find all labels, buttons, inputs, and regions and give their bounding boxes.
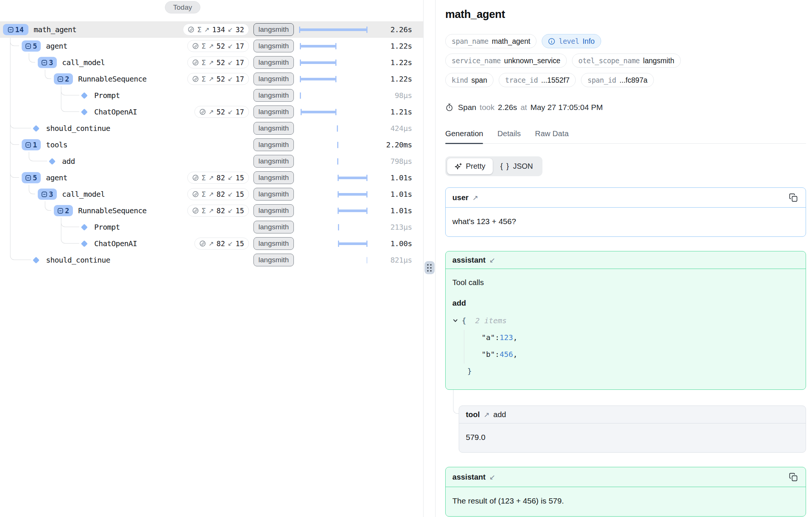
tag-column: langsmith xyxy=(249,155,298,168)
detail-tabs: GenerationDetailsRaw Data xyxy=(445,129,806,144)
trace-row-tools[interactable]: 1toolslangsmith2.20ms xyxy=(0,137,423,153)
langsmith-tag: langsmith xyxy=(253,237,293,250)
trace-row-RunnableSequence[interactable]: 2RunnableSequenceΣ↗82↙15langsmith1.01s xyxy=(0,202,423,219)
output-tokens-arrow-icon: ↙ xyxy=(228,108,233,116)
copy-button[interactable] xyxy=(788,471,799,483)
tab-generation[interactable]: Generation xyxy=(445,129,483,143)
trace-row-RunnableSequence[interactable]: 2RunnableSequenceΣ↗52↙17langsmith1.22s xyxy=(0,71,423,87)
duration-label: 798µs xyxy=(369,157,412,166)
tab-raw-data[interactable]: Raw Data xyxy=(535,129,569,143)
waterfall-column xyxy=(298,87,369,104)
json-key: "a": xyxy=(482,333,499,342)
duration-tick xyxy=(300,92,301,99)
attribute-value: ...fc897a xyxy=(619,76,648,85)
json-close-line: } xyxy=(452,363,799,380)
duration-label: 1.22s xyxy=(369,58,412,67)
token-usage: Σ↗82↙15 xyxy=(187,205,249,217)
trace-row-agent[interactable]: 5agentΣ↗82↙15langsmith1.01s xyxy=(0,169,423,186)
trace-row-Prompt[interactable]: Promptlangsmith98µs xyxy=(0,87,423,104)
view-mode-toggle: Pretty{ }JSON xyxy=(445,156,542,176)
tool-call-name: add xyxy=(452,298,799,309)
incoming-arrow-icon: ↙ xyxy=(489,256,495,264)
duration-label: 1.22s xyxy=(369,42,412,51)
attribute-key: service_name xyxy=(452,56,501,65)
token-usage-badge: ↗82↙15 xyxy=(194,238,249,250)
view-mode-json[interactable]: { }JSON xyxy=(493,158,540,174)
braces-icon: { } xyxy=(500,162,510,171)
trace-row-name: 3call_model xyxy=(0,57,105,68)
collapse-icon xyxy=(8,27,13,33)
input-tokens: 82 xyxy=(216,239,225,248)
expand-badge[interactable]: 3 xyxy=(38,189,57,200)
trace-row-call_model[interactable]: 3call_modelΣ↗52↙17langsmith1.22s xyxy=(0,54,423,71)
input-tokens-arrow-icon: ↗ xyxy=(209,42,214,50)
expand-badge[interactable]: 2 xyxy=(54,205,73,216)
tag-column: langsmith xyxy=(249,188,298,201)
duration-bar xyxy=(299,28,367,31)
trace-row-name: Prompt xyxy=(0,223,120,231)
trace-row-add[interactable]: addlangsmith798µs xyxy=(0,153,423,169)
leaf-diamond-icon xyxy=(81,108,87,115)
copy-button[interactable] xyxy=(788,192,799,203)
trace-row-Prompt[interactable]: Promptlangsmith213µs xyxy=(0,219,423,235)
trace-row-ChatOpenAI[interactable]: ChatOpenAI↗82↙15langsmith1.00s xyxy=(0,235,423,252)
token-usage: ↗82↙15 xyxy=(194,238,249,250)
message-text: 579.0 xyxy=(466,432,799,443)
trace-row-label: agent xyxy=(46,174,67,182)
output-tokens: 15 xyxy=(236,239,244,248)
duration-label: 1.00s xyxy=(369,239,412,248)
expand-badge[interactable]: 5 xyxy=(22,40,41,52)
tag-column: langsmith xyxy=(249,89,298,102)
trace-tree-panel: Today 14math_agentΣ↗134↙32langsmith2.26s… xyxy=(0,0,424,517)
date-chip[interactable]: Today xyxy=(165,1,200,13)
expand-badge[interactable]: 14 xyxy=(3,24,28,35)
trace-row-call_model[interactable]: 3call_modelΣ↗82↙15langsmith1.01s xyxy=(0,186,423,202)
waterfall-column xyxy=(298,38,369,54)
drag-handle-icon[interactable] xyxy=(424,261,434,274)
span-timing: Span took 2.26s at May 27 17:05:04 PM xyxy=(445,103,806,112)
duration-bar xyxy=(338,177,367,179)
copy-icon xyxy=(788,193,798,202)
langsmith-tag: langsmith xyxy=(253,155,293,168)
tag-column: langsmith xyxy=(249,204,298,217)
sum-icon: Σ xyxy=(202,42,206,50)
expand-badge[interactable]: 2 xyxy=(54,73,73,85)
sum-icon: Σ xyxy=(197,25,202,34)
leaf-diamond-icon xyxy=(81,240,87,247)
timing-took-word: took xyxy=(480,103,495,112)
message-card-assistant: assistant↙Tool callsadd{2 items"a": 123,… xyxy=(445,251,806,389)
input-tokens: 82 xyxy=(216,190,225,198)
tab-details[interactable]: Details xyxy=(497,129,521,143)
token-usage: Σ↗52↙17 xyxy=(187,40,249,52)
message-role: assistant xyxy=(452,256,486,264)
duration-label: 98µs xyxy=(369,91,412,100)
trace-row-agent[interactable]: 5agentΣ↗52↙17langsmith1.22s xyxy=(0,38,423,54)
duration-label: 1.21s xyxy=(369,107,412,116)
trace-row-name: add xyxy=(0,157,75,165)
panel-splitter[interactable] xyxy=(424,0,436,517)
expand-badge[interactable]: 3 xyxy=(38,57,57,68)
message-body: Tool callsadd{2 items"a": 123,"b": 456,} xyxy=(446,269,806,389)
duration-tick xyxy=(338,224,339,230)
view-mode-pretty[interactable]: Pretty xyxy=(447,158,493,174)
timing-timestamp: May 27 17:05:04 PM xyxy=(530,103,603,112)
tag-column: langsmith xyxy=(249,237,298,250)
attribute-badges: span_namemath_agentlevelInfoservice_name… xyxy=(445,34,806,87)
expand-badge[interactable]: 1 xyxy=(22,139,41,150)
trace-row-ChatOpenAI[interactable]: ChatOpenAI↗52↙17langsmith1.21s xyxy=(0,104,423,120)
trace-row-name: 3call_model xyxy=(0,189,105,200)
timing-duration: 2.26s xyxy=(498,103,517,112)
trace-row-math_agent[interactable]: 14math_agentΣ↗134↙32langsmith2.26s xyxy=(0,21,423,38)
output-tokens: 15 xyxy=(236,207,244,215)
expand-badge[interactable]: 5 xyxy=(22,172,41,183)
trace-row-should_continue[interactable]: should_continuelangsmith821µs xyxy=(0,252,423,268)
child-count: 2 xyxy=(65,75,69,83)
input-tokens-arrow-icon: ↗ xyxy=(209,190,214,198)
duration-bar xyxy=(301,111,336,113)
trace-row-should_continue[interactable]: should_continuelangsmith424µs xyxy=(0,120,423,137)
token-usage-badge: Σ↗52↙17 xyxy=(187,73,249,85)
duration-tick xyxy=(337,125,338,132)
waterfall-column xyxy=(298,137,369,153)
langsmith-tag: langsmith xyxy=(253,89,293,102)
collapse-icon xyxy=(41,192,47,197)
